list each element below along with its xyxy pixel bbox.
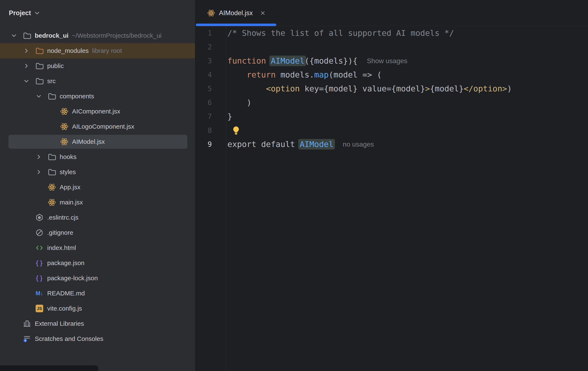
line-number[interactable]: 7	[195, 112, 212, 121]
react-icon	[60, 107, 69, 116]
code-line-5: 5 <option key={model} value={model}>{mod…	[195, 82, 588, 96]
chevron-down-icon[interactable]	[10, 31, 18, 40]
line-number[interactable]: 8	[195, 126, 212, 135]
tree-item-bedrock-ui[interactable]: bedrock_ui~/WebstormProjects/bedrock_ui	[0, 28, 195, 43]
tree-item-public[interactable]: public	[0, 58, 195, 73]
code-token	[227, 70, 247, 79]
project-dropdown-label[interactable]: Project	[9, 9, 31, 17]
line-number[interactable]: 1	[195, 29, 212, 37]
tree-item-label: package-lock.json	[47, 275, 98, 282]
code-line-4: 4 return models.map(model => (	[195, 68, 588, 82]
line-number[interactable]: 3	[195, 57, 212, 65]
code-text[interactable]	[227, 125, 241, 135]
tree-item-node-modules[interactable]: node_moduleslibrary root	[0, 43, 195, 58]
line-number[interactable]: 2	[195, 43, 212, 51]
chevron-right-icon[interactable]	[34, 152, 43, 161]
active-tab-indicator	[196, 24, 276, 26]
chevron-spacer	[34, 183, 43, 192]
code-text[interactable]: export default AIModelno usages	[227, 139, 374, 150]
editor-area: AIModel.jsx 1/* Shows the list of all su…	[195, 0, 588, 371]
code-token: }	[227, 112, 232, 121]
project-panel-header[interactable]: Project	[0, 0, 195, 26]
tree-item-package-json[interactable]: {}package.json	[0, 255, 195, 271]
inlay-hint[interactable]: no usages	[343, 140, 374, 148]
tree-item-aimodel-jsx[interactable]: AIModel.jsx	[0, 134, 195, 149]
line-number[interactable]: 4	[195, 71, 212, 79]
line-number[interactable]: 9	[195, 140, 212, 149]
tree-item-vite-config-js[interactable]: JSvite.config.js	[0, 301, 195, 316]
tree-item-label: components	[60, 93, 94, 100]
tree-item-src[interactable]: src	[0, 73, 195, 89]
chevron-right-icon[interactable]	[22, 61, 31, 70]
chevron-right-icon[interactable]	[22, 46, 31, 55]
code-editor[interactable]: 1/* Shows the list of all supported AI m…	[195, 26, 588, 371]
chevron-spacer	[47, 122, 56, 131]
inlay-hint[interactable]: Show usages	[367, 57, 407, 65]
tree-item-label: node_modules	[47, 47, 89, 54]
chevron-down-icon[interactable]	[33, 10, 41, 17]
tree-item-label: src	[47, 78, 56, 85]
code-line-6: 6 )	[195, 96, 588, 110]
tree-item-package-lock-json[interactable]: {}package-lock.json	[0, 271, 195, 286]
intention-bulb-icon[interactable]	[231, 125, 241, 135]
tree-item-components[interactable]: components	[0, 89, 195, 104]
chevron-right-icon[interactable]	[34, 168, 43, 176]
code-line-3: 3function AIModel({models}){Show usages	[195, 54, 588, 68]
tree-item-label: vite.config.js	[47, 305, 82, 312]
react-icon	[60, 137, 69, 146]
line-number[interactable]: 6	[195, 99, 212, 107]
chevron-spacer	[10, 319, 18, 328]
code-token: )	[507, 84, 512, 93]
tree-item-styles[interactable]: styles	[0, 164, 195, 180]
tree-item-readme-md[interactable]: M↓README.md	[0, 286, 195, 301]
tree-item-meta: ~/WebstormProjects/bedrock_ui	[72, 32, 161, 39]
close-icon[interactable]	[259, 9, 267, 17]
chevron-spacer	[22, 274, 31, 282]
line-number[interactable]: 5	[195, 85, 212, 93]
json-icon: {}	[35, 274, 44, 282]
project-panel: Project bedrock_ui~/WebstormProjects/bed…	[0, 0, 195, 371]
scratches-icon	[22, 334, 32, 343]
folder-icon	[35, 61, 44, 70]
json-icon: {}	[35, 259, 44, 267]
chevron-spacer	[34, 198, 43, 207]
folder-icon	[47, 92, 56, 101]
code-token: key={model} value={model}	[300, 84, 425, 93]
code-token: /* Shows the list of all supported AI mo…	[227, 29, 454, 38]
tree-item-app-jsx[interactable]: App.jsx	[0, 180, 195, 195]
folder-icon	[35, 77, 44, 85]
html-icon	[35, 243, 44, 252]
code-text[interactable]: /* Shows the list of all supported AI mo…	[227, 29, 454, 38]
code-text[interactable]: function AIModel({models}){Show usages	[227, 56, 407, 66]
tree-item-index-html[interactable]: index.html	[0, 240, 195, 255]
editor-tab-bar: AIModel.jsx	[195, 0, 588, 26]
chevron-down-icon[interactable]	[22, 77, 31, 85]
tree-item-label: .gitignore	[47, 229, 73, 236]
tree-item-hooks[interactable]: hooks	[0, 149, 195, 164]
tree-item-label: styles	[60, 169, 76, 176]
tree-item--eslintrc-cjs[interactable]: .eslintrc.cjs	[0, 210, 195, 225]
tree-item-scratches-and-consoles[interactable]: Scratches and Consoles	[0, 331, 195, 346]
code-token: {model}	[430, 84, 464, 93]
react-file-icon	[207, 9, 215, 17]
project-tree: bedrock_ui~/WebstormProjects/bedrock_uin…	[0, 28, 195, 346]
code-text[interactable]: return models.map(model => (	[227, 70, 382, 79]
tree-item-label: bedrock_ui	[35, 32, 69, 39]
code-text[interactable]: )	[227, 98, 252, 107]
code-token: ({models}){	[304, 56, 358, 65]
code-text[interactable]: <option key={model} value={model}>{model…	[227, 84, 512, 93]
tab-aimodel-jsx[interactable]: AIModel.jsx	[196, 0, 276, 26]
tree-item-label: package.json	[47, 259, 84, 267]
tree-item-aicomponent-jsx[interactable]: AIComponent.jsx	[0, 104, 195, 119]
tree-item-external-libraries[interactable]: External Libraries	[0, 316, 195, 331]
tree-item-main-jsx[interactable]: main.jsx	[0, 195, 195, 210]
code-token: AIModel	[298, 139, 335, 150]
code-token: AIModel	[269, 56, 306, 66]
chevron-spacer	[10, 334, 18, 343]
js-icon: JS	[35, 304, 44, 313]
tree-item--gitignore[interactable]: .gitignore	[0, 225, 195, 240]
chevron-down-icon[interactable]	[34, 92, 43, 101]
tree-item-ailogocomponent-jsx[interactable]: AILogoComponent.jsx	[0, 119, 195, 134]
code-text[interactable]: }	[227, 112, 232, 121]
code-token: <option	[266, 84, 300, 93]
